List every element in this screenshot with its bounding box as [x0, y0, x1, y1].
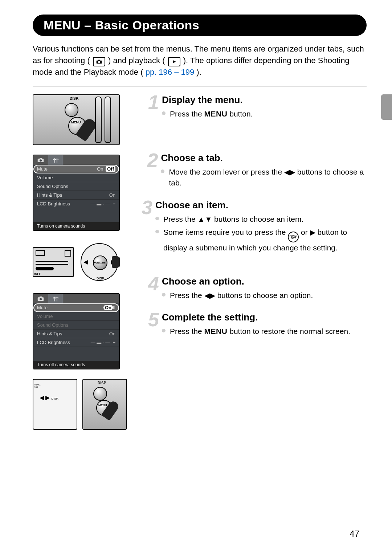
- mute-off: Off: [106, 166, 115, 172]
- intro-paragraph: Various functions can be set from the me…: [33, 43, 367, 78]
- divider: [33, 86, 367, 86]
- left-right-arrows-icon-2: ◀▶: [204, 291, 215, 299]
- svg-point-6: [40, 159, 42, 161]
- step-5-bullet: Press the MENU button to restore the nor…: [162, 326, 350, 337]
- step-number-1: 1: [142, 94, 158, 122]
- menu-row-sound: Sound Options: [33, 182, 119, 191]
- step-3: 3 Choose an item. Press the ▲▼ buttons t…: [142, 200, 367, 256]
- svg-rect-5: [40, 158, 42, 159]
- control-wheel: FUNC. SET ◀ ▶ DISP.: [81, 243, 118, 281]
- func-set-icon: FUNC. SET: [288, 232, 299, 242]
- menu-btn-label: MENU: [71, 120, 81, 124]
- page-ref-link[interactable]: pp. 196 – 199: [146, 68, 195, 77]
- step-3-bullet-1: Press the ▲▼ buttons to choose an item.: [155, 214, 367, 225]
- figure-menu-mute-on: ϯϮ Mute Onff Volume Sound Options Hints …: [33, 293, 120, 369]
- step-head-2: Choose a tab.: [161, 152, 367, 164]
- menu-row-mute: Mute On Off: [33, 165, 119, 173]
- menu-row-brightness: LCD Brightness— ▬ · — +: [33, 200, 119, 208]
- disp-label: DISP.: [70, 97, 79, 101]
- func-set-button: FUNC. SET: [93, 255, 107, 270]
- left-right-arrows-icon: ◀▶: [284, 168, 295, 176]
- lcd-zoom-icon: /OFF: [33, 247, 74, 277]
- help-text-2: Turns off camera sounds: [33, 361, 119, 369]
- step-1-bullet: Press the MENU button.: [162, 109, 253, 119]
- step-4-bullet: Press the ◀▶ buttons to choose an option…: [162, 290, 313, 301]
- playback-icon: [168, 57, 180, 66]
- step-2: 2 Choose a tab. Move the zoom lever or p…: [142, 152, 367, 191]
- figure-menu-mute-off: ϯϮ Mute On Off Volume Sound Options Hint…: [33, 155, 120, 231]
- menu-row-volume: Volume: [33, 173, 119, 182]
- manual-page: MENU – Basic Operations Various function…: [0, 0, 392, 552]
- step-number-4: 4: [142, 276, 158, 303]
- camera-back-small: DISP. MENU: [82, 379, 127, 430]
- brightness-label: LCD Brightness: [37, 201, 70, 207]
- sound-label: Sound Options: [37, 184, 68, 189]
- hints-label: Hints & Tips: [37, 192, 62, 198]
- step-4: 4 Choose an option. Press the ◀▶ buttons…: [142, 276, 367, 303]
- step-2-bullet: Move the zoom lever or press the ◀▶ butt…: [161, 167, 367, 189]
- camera-icon: [93, 57, 105, 66]
- tab-shoot-icon: [33, 155, 48, 165]
- thumb-index-tab: [381, 94, 392, 120]
- up-down-arrows-icon: ▲▼: [198, 215, 212, 223]
- svg-rect-1: [98, 60, 100, 61]
- illustration-column: DISP. MENU ϯϮ Mute: [33, 94, 127, 430]
- title-text: MENU – Basic Operations: [44, 18, 199, 32]
- svg-point-2: [98, 61, 100, 63]
- content-columns: DISP. MENU ϯϮ Mute: [33, 94, 367, 430]
- figure-controls: /OFF FUNC. SET ◀ ▶ DISP.: [33, 240, 120, 284]
- step-head-5: Complete the setting.: [162, 312, 350, 323]
- step-5: 5 Complete the setting. Press the MENU b…: [142, 312, 367, 339]
- figure-press-menu: DISP. MENU: [33, 94, 120, 145]
- menu-glyph: MENU: [204, 110, 228, 118]
- svg-point-9: [40, 298, 42, 300]
- step-number-2: 2: [142, 152, 157, 191]
- menu-glyph-2: MENU: [204, 327, 228, 335]
- mute-label: Mute: [37, 166, 48, 172]
- hints-value: On: [109, 192, 115, 198]
- step-number-3: 3: [142, 200, 152, 256]
- step-head-1: Display the menu.: [162, 94, 253, 106]
- intro-close: ).: [196, 68, 201, 77]
- step-head-4: Choose an option.: [162, 276, 313, 287]
- steps-column: 1 Display the menu. Press the MENU butto…: [142, 94, 367, 430]
- step-number-5: 5: [142, 312, 158, 339]
- svg-marker-3: [173, 60, 176, 63]
- volume-label: Volume: [37, 175, 53, 180]
- step-1: 1 Display the menu. Press the MENU butto…: [142, 94, 367, 122]
- svg-rect-8: [40, 297, 42, 298]
- menu-row-mute-2: Mute Onff: [33, 303, 119, 312]
- page-title: MENU – Basic Operations: [33, 15, 367, 36]
- mute-on: On: [97, 166, 103, 172]
- step-3-bullet-2: Some items require you to press the FUNC…: [155, 227, 367, 253]
- figure-bottom-pair: FUNC. SET ◀ ▶ DISP. DISP. MENU: [33, 379, 127, 430]
- step-head-3: Choose an item.: [155, 200, 367, 211]
- menu-row-hints: Hints & TipsOn: [33, 191, 119, 200]
- control-wheel-small: FUNC. SET ◀ ▶ DISP.: [33, 379, 77, 430]
- right-arrow-icon: ▶: [310, 228, 315, 236]
- tab-tools-icon: ϯϮ: [48, 155, 63, 165]
- page-number: 47: [350, 529, 359, 539]
- intro-text-2: ) and playback (: [108, 56, 165, 65]
- help-text-1: Turns on camera sounds: [33, 222, 119, 230]
